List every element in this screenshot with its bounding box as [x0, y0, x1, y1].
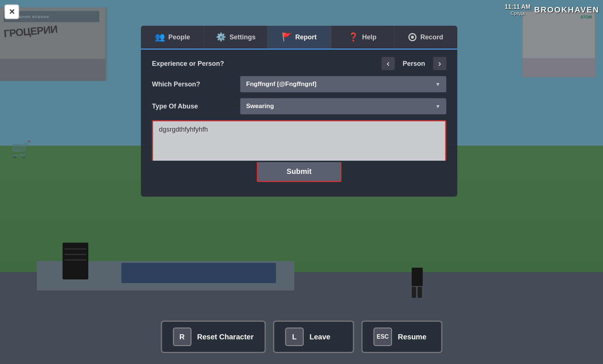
- tab-record-label: Record: [420, 33, 443, 41]
- settings-icon: ⚙️: [216, 32, 226, 42]
- tab-help-label: Help: [362, 33, 376, 41]
- hud-time: 11:11 AM Среда: [505, 4, 531, 16]
- which-person-label: Which Person?: [152, 81, 233, 88]
- person-prev-button[interactable]: ‹: [382, 57, 395, 70]
- which-person-row: Which Person? Fngffngnf [@Fngffngnf] ▼: [152, 76, 446, 92]
- person-next-button[interactable]: ›: [433, 57, 446, 70]
- reset-character-label: Reset Character: [197, 333, 253, 341]
- reset-key-badge: R: [173, 328, 191, 346]
- tab-record[interactable]: Record: [394, 26, 457, 49]
- report-icon: 🚩: [282, 32, 292, 42]
- submit-row: Submit: [152, 162, 446, 182]
- submit-button[interactable]: Submit: [257, 162, 341, 182]
- leave-button[interactable]: L Leave: [273, 321, 354, 353]
- tab-people-label: People: [169, 33, 190, 41]
- leave-key-badge: L: [285, 328, 304, 346]
- experience-or-person-label: Experience or Person?: [152, 60, 233, 68]
- modal-content: Experience or Person? ‹ Person › Which P…: [141, 50, 457, 189]
- resume-key-badge: ESC: [373, 328, 392, 346]
- reset-character-button[interactable]: R Reset Character: [161, 321, 266, 353]
- resume-label: Resume: [398, 333, 426, 341]
- report-form-section: Submit: [152, 120, 446, 182]
- hud-game-name: BROOKHAVEN: [534, 5, 599, 15]
- type-of-abuse-dropdown-arrow: ▼: [435, 103, 440, 109]
- which-person-dropdown[interactable]: Fngffngnf [@Fngffngnf] ▼: [240, 76, 446, 92]
- type-of-abuse-row: Type Of Abuse Swearing ▼: [152, 98, 446, 114]
- tab-settings-label: Settings: [230, 33, 256, 41]
- tab-settings[interactable]: ⚙️ Settings: [204, 26, 267, 49]
- person-selector: ‹ Person ›: [240, 57, 446, 70]
- tab-report-label: Report: [295, 33, 317, 41]
- which-person-dropdown-arrow: ▼: [435, 81, 440, 87]
- type-of-abuse-label: Type Of Abuse: [152, 103, 233, 110]
- tabs-row: 👥 People ⚙️ Settings 🚩 Report ❓ Help Rec…: [141, 26, 457, 50]
- people-icon: 👥: [155, 32, 165, 42]
- help-icon: ❓: [348, 32, 358, 42]
- which-person-value: Fngffngnf [@Fngffngnf]: [246, 81, 316, 88]
- leave-label: Leave: [309, 333, 330, 341]
- report-textarea[interactable]: [152, 120, 446, 161]
- tab-people[interactable]: 👥 People: [141, 26, 204, 49]
- type-of-abuse-value: Swearing: [246, 103, 274, 110]
- close-button[interactable]: ✕: [4, 4, 19, 19]
- experience-or-person-row: Experience or Person? ‹ Person ›: [152, 57, 446, 70]
- person-display: Person: [399, 60, 429, 68]
- bottom-actions: R Reset Character L Leave ESC Resume: [161, 321, 442, 353]
- modal-panel: 👥 People ⚙️ Settings 🚩 Report ❓ Help Rec…: [141, 26, 457, 197]
- type-of-abuse-dropdown[interactable]: Swearing ▼: [240, 98, 446, 114]
- record-icon: [408, 33, 416, 41]
- tab-report[interactable]: 🚩 Report: [267, 26, 331, 50]
- tab-help[interactable]: ❓ Help: [331, 26, 394, 49]
- hud-top-right: 11:11 AM Среда BROOKHAVEN: [505, 4, 599, 16]
- resume-button[interactable]: ESC Resume: [361, 321, 442, 353]
